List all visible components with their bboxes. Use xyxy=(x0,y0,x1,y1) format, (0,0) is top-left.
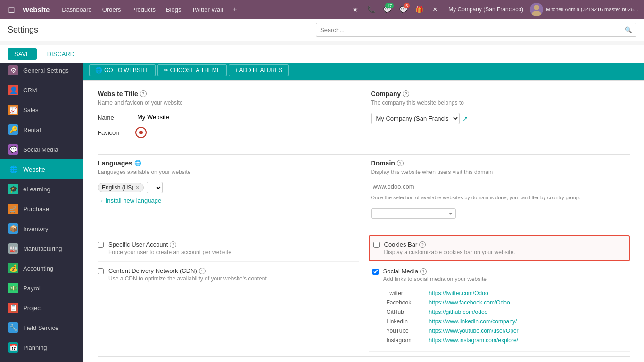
sidebar-item-project[interactable]: 📋 Project xyxy=(0,298,83,318)
top-navigation: ◻ Website Dashboard Orders Products Blog… xyxy=(0,0,644,19)
sidebar-label-social-media: Social Media xyxy=(23,146,58,153)
social-media-info-icon: ? xyxy=(420,268,427,275)
sidebar-label-elearning: eLearning xyxy=(23,186,50,193)
sidebar-item-crm[interactable]: 👤 CRM xyxy=(0,80,83,100)
choose-theme-button[interactable]: ✏ CHOOSE A THEME xyxy=(157,64,227,76)
sidebar-item-payroll[interactable]: 💵 Payroll xyxy=(0,278,83,298)
tag-close-icon[interactable]: ✕ xyxy=(135,185,140,191)
nav-blogs[interactable]: Blogs xyxy=(161,4,186,15)
planning-icon: 📅 xyxy=(8,342,18,353)
social-media-title: Social Media ? xyxy=(383,268,627,275)
general-settings-icon: ⚙ xyxy=(8,65,18,75)
external-link-icon[interactable]: ↗ xyxy=(462,115,468,123)
cookies-bar-checkbox[interactable] xyxy=(373,242,380,248)
cookies-bar-info: Cookies Bar ? Display a customizable coo… xyxy=(384,241,626,255)
facebook-label: Facebook xyxy=(387,299,424,306)
page-title: Settings xyxy=(8,25,38,35)
star-icon[interactable]: ★ xyxy=(348,3,362,16)
sidebar-item-sales[interactable]: 📈 Sales xyxy=(0,100,83,120)
country-group-select[interactable] xyxy=(371,208,456,219)
sidebar-item-accounting[interactable]: 💰 Accounting xyxy=(0,258,83,278)
company-select[interactable]: My Company (San Francis xyxy=(371,113,460,124)
social-media-checkbox[interactable] xyxy=(372,269,379,275)
linkedin-link[interactable]: https://www.linkedin.com/company/ xyxy=(429,318,517,325)
company-info-icon: ? xyxy=(403,90,409,97)
languages-heading: Languages 🌐 xyxy=(98,159,357,167)
sidebar-item-timesheets[interactable]: ⏱ Timesheets xyxy=(0,357,83,362)
sidebar-item-manufacturing[interactable]: 🏭 Manufacturing xyxy=(0,239,83,258)
social-youtube-row: YouTube https://www.youtube.com/user/Ope… xyxy=(387,328,519,334)
github-label: GitHub xyxy=(387,309,424,315)
github-link[interactable]: https://github.com/odoo xyxy=(429,309,488,315)
specific-user-title: Specific User Account ? xyxy=(108,241,359,248)
sidebar-item-planning[interactable]: 📅 Planning xyxy=(0,337,83,357)
cdn-checkbox[interactable] xyxy=(98,268,104,274)
sidebar-item-elearning[interactable]: 🎓 eLearning xyxy=(0,179,83,199)
cdn-desc: Use a CDN to optimize the availability o… xyxy=(108,275,359,282)
add-features-button[interactable]: + ADD FEATURES xyxy=(229,64,289,76)
globe-btn-icon: 🌐 xyxy=(95,67,102,74)
col-company: Company ? The company this website belon… xyxy=(371,90,630,143)
sidebar-label-planning: Planning xyxy=(23,344,47,351)
discard-button[interactable]: DISCARD xyxy=(41,48,82,60)
rental-icon: 🔑 xyxy=(8,124,18,135)
phone-icon[interactable]: 📞 xyxy=(364,3,378,16)
nav-add-icon[interactable]: + xyxy=(229,3,240,16)
sidebar-item-general-settings[interactable]: ⚙ General Settings xyxy=(0,60,83,80)
go-to-website-button[interactable]: 🌐 GO TO WEBSITE xyxy=(89,64,156,76)
message-badge: 5 xyxy=(404,3,410,8)
cdn-title: Content Delivery Network (CDN) ? xyxy=(108,267,359,274)
sidebar-label-crm: CRM xyxy=(23,87,37,94)
sidebar-item-purchase[interactable]: 🛒 Purchase xyxy=(0,199,83,219)
main-layout: ⚙ General Settings 👤 CRM 📈 Sales 🔑 Renta… xyxy=(0,60,644,362)
cookies-bar-desc: Display a customizable cookies bar on yo… xyxy=(384,249,626,255)
col-website-title: Website Title ? Name and favicon of your… xyxy=(98,90,357,143)
language-select[interactable] xyxy=(147,182,163,193)
sidebar-label-payroll: Payroll xyxy=(23,285,42,292)
favicon-field-row: Favicon xyxy=(98,127,357,138)
inventory-icon: 📦 xyxy=(8,223,18,234)
nav-products[interactable]: Products xyxy=(127,4,160,15)
favicon-preview[interactable] xyxy=(135,127,147,138)
nav-orders[interactable]: Orders xyxy=(98,4,126,15)
nav-twitter-wall[interactable]: Twitter Wall xyxy=(187,4,228,15)
close-icon[interactable]: ✕ xyxy=(429,3,442,16)
favicon-label: Favicon xyxy=(98,129,131,136)
sidebar-item-social-media[interactable]: 💬 Social Media xyxy=(0,140,83,159)
col-domain: Domain ? Display this website when users… xyxy=(371,159,630,219)
sidebar-item-field-service[interactable]: 🔧 Field Service xyxy=(0,318,83,337)
twitter-link[interactable]: https://twitter.com/Odoo xyxy=(429,290,488,296)
payroll-icon: 💵 xyxy=(8,283,18,293)
sidebar-label-rental: Rental xyxy=(23,126,41,133)
youtube-label: YouTube xyxy=(387,328,424,334)
specific-user-checkbox[interactable] xyxy=(98,242,104,248)
domain-input[interactable] xyxy=(371,182,456,191)
sidebar-item-inventory[interactable]: 📦 Inventory xyxy=(0,219,83,239)
sidebar-label-sales: Sales xyxy=(23,107,39,114)
youtube-link[interactable]: https://www.youtube.com/user/Oper xyxy=(429,328,519,334)
name-field-row: Name xyxy=(98,113,357,122)
search-input[interactable] xyxy=(316,26,621,33)
col-specific-user: Specific User Account ? Force your user … xyxy=(98,235,369,352)
social-media-sidebar-icon: 💬 xyxy=(8,144,18,155)
gift-icon[interactable]: 🎁 xyxy=(413,3,426,16)
section-website-title: Website Title ? Name and favicon of your… xyxy=(98,90,630,143)
sidebar-item-website[interactable]: 🌐 Website xyxy=(0,159,83,179)
chat-icon[interactable]: 💬 17 xyxy=(380,3,394,16)
specific-user-row: Specific User Account ? Force your user … xyxy=(98,235,359,262)
elearning-icon: 🎓 xyxy=(8,184,18,194)
instagram-link[interactable]: https://www.instagram.com/explore/ xyxy=(429,337,518,344)
section-languages: Languages 🌐 Languages available on your … xyxy=(98,159,630,219)
install-language-link[interactable]: → Install new language xyxy=(98,197,357,204)
instagram-label: Instagram xyxy=(387,337,424,344)
message-icon[interactable]: 💬 5 xyxy=(396,3,410,16)
facebook-link[interactable]: https://www.facebook.com/Odoo xyxy=(429,299,510,306)
company-desc: The company this website belongs to xyxy=(371,99,630,106)
nav-dashboard[interactable]: Dashboard xyxy=(57,4,97,15)
apps-grid-icon[interactable]: ◻ xyxy=(4,2,19,17)
name-input[interactable] xyxy=(135,113,230,122)
save-button[interactable]: SAVE xyxy=(8,48,37,60)
sales-icon: 📈 xyxy=(8,105,18,115)
website-title-info-icon: ? xyxy=(140,90,147,97)
sidebar-item-rental[interactable]: 🔑 Rental xyxy=(0,120,83,140)
